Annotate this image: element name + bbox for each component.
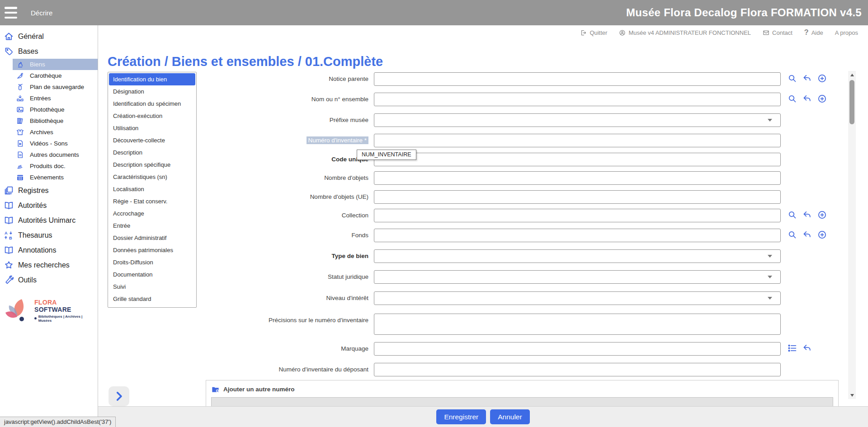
field-label-nombre-d-objets-ue: Nombre d'objets (UE) [190, 190, 368, 204]
page-title: Création / Biens et ensembles / 01.Compl… [108, 54, 383, 69]
header-link-a-propos[interactable]: A propos [835, 29, 858, 36]
undo-icon[interactable] [802, 343, 812, 353]
form-field-row: Numéro d'inventaire * [0, 134, 841, 147]
field-action-icons [788, 343, 812, 353]
form-field-row: Numéro d'inventaire du déposant [0, 363, 841, 376]
plus-circle-icon[interactable] [817, 210, 827, 220]
input-fonds[interactable] [374, 229, 781, 242]
scrollbar-up-arrow-icon[interactable] [848, 71, 856, 79]
input-marquage[interactable] [374, 342, 781, 356]
search-icon[interactable] [788, 74, 797, 83]
field-label-niveau-d-interet: Niveau d'intérêt [190, 291, 368, 305]
form-field-row: Collection [0, 209, 841, 222]
select-prefixe-musee[interactable] [374, 113, 781, 127]
hamburger-menu-icon[interactable] [5, 7, 17, 19]
undo-icon[interactable] [802, 230, 812, 239]
input-collection[interactable] [374, 209, 781, 222]
field-label-code-unique: Code unique [190, 153, 368, 166]
exit-icon [580, 29, 587, 36]
add-number-header[interactable]: Ajouter un autre numéro [206, 380, 838, 394]
header-link-label: Aide [811, 29, 823, 36]
field-label-nom-ou-n-ensemble: Nom ou n° ensemble [190, 93, 368, 106]
browser-status-text: javascript:getView().addChildAsBest('37'… [0, 417, 116, 427]
form-field-row: Nom ou n° ensemble [0, 93, 841, 106]
search-icon[interactable] [788, 94, 797, 103]
field-action-icons [788, 94, 827, 103]
field-action-icons [788, 230, 827, 239]
add-number-row-placeholder [211, 397, 833, 407]
form-field-row: Statut juridique [0, 270, 841, 284]
scrollbar-down-arrow-icon[interactable] [848, 391, 856, 399]
input-nombre-d-objets[interactable] [374, 171, 781, 185]
form-field-row: Type de bien [0, 249, 841, 263]
header-link-label: Musée v4 ADMINISTRATEUR FONCTIONNEL [628, 29, 751, 36]
sidebar-item-general[interactable]: Général [0, 29, 98, 44]
search-icon[interactable] [788, 210, 797, 220]
vertical-scrollbar[interactable] [848, 71, 856, 399]
field-label-numero-d-inventaire: Numéro d'inventaire * [190, 134, 368, 147]
save-button[interactable]: Enregistrer [436, 409, 486, 424]
undo-icon[interactable] [802, 94, 812, 103]
input-numero-d-inventaire-du-deposant[interactable] [374, 363, 781, 376]
scrollbar-thumb[interactable] [849, 80, 854, 124]
plus-circle-icon[interactable] [817, 74, 827, 83]
select-niveau-d-interet[interactable] [374, 291, 781, 305]
field-label-type-de-bien: Type de bien [190, 249, 368, 263]
search-icon[interactable] [788, 230, 797, 239]
app-window: Décrire Musée Flora Decalog Flora FORMAT… [0, 0, 868, 427]
field-label-collection: Collection [190, 209, 368, 222]
sidebar-item-label: Bases [18, 47, 38, 56]
app-title: Musée Flora Decalog Flora FORMATION v4.5 [626, 6, 868, 19]
header-link-label: Quitter [590, 29, 607, 36]
header-link-contact[interactable]: Contact [763, 29, 793, 36]
undo-icon[interactable] [802, 74, 812, 83]
bottom-action-bar: Enregistrer Annuler [98, 406, 868, 427]
input-numero-d-inventaire[interactable] [374, 134, 781, 147]
form-field-row: Préfixe musée [0, 113, 841, 127]
form-field-row: Marquage [0, 342, 841, 356]
input-nom-ou-n-ensemble[interactable] [374, 93, 781, 106]
input-notice-parente[interactable] [374, 72, 781, 86]
mail-icon [763, 29, 769, 36]
form-field-row: Nombre d'objets [0, 171, 841, 185]
input-code-unique[interactable] [374, 153, 781, 166]
field-label-precisions-sur-le-numero-d-inventaire: Précisions sur le numéro d'inventaire [190, 314, 368, 327]
sidebar-item-biens[interactable]: Biens [13, 59, 98, 70]
form-field-row: Code unique [0, 153, 841, 166]
form-field-row: Niveau d'intérêt [0, 291, 841, 305]
header-link-quitter[interactable]: Quitter [580, 29, 607, 36]
field-label-prefixe-musee: Préfixe musée [190, 113, 368, 127]
field-label-statut-juridique: Statut juridique [190, 270, 368, 284]
header-link-label: A propos [835, 29, 858, 36]
plus-circle-icon[interactable] [817, 94, 827, 103]
select-statut-juridique[interactable] [374, 270, 781, 284]
photo-icon [16, 106, 24, 113]
form-field-row: Nombre d'objets (UE) [0, 190, 841, 204]
chevron-right-icon [113, 390, 125, 402]
sidebar-item-label: Biens [30, 61, 45, 68]
next-section-button[interactable] [108, 386, 129, 406]
help-icon: ? [804, 28, 809, 37]
field-label-numero-d-inventaire-du-deposant: Numéro d'inventaire du déposant [190, 363, 368, 376]
header-link-aide[interactable]: ?Aide [804, 28, 823, 37]
select-type-de-bien[interactable] [374, 249, 781, 263]
plus-circle-icon[interactable] [817, 230, 827, 239]
header-link-label: Contact [772, 29, 793, 36]
sidebar-item-label: Photothèque [30, 106, 65, 113]
form-field-row: Précisions sur le numéro d'inventaire [0, 314, 841, 327]
header-links-row: QuitterMusée v4 ADMINISTRATEUR FONCTIONN… [580, 28, 858, 37]
add-number-label: Ajouter un autre numéro [223, 386, 295, 393]
header-link-musee-v4-administrateur-fonctionnel[interactable]: Musée v4 ADMINISTRATEUR FONCTIONNEL [619, 29, 751, 36]
field-tooltip: NUM_INVENTAIRE [357, 150, 416, 160]
list-icon[interactable] [788, 343, 797, 353]
field-label-notice-parente: Notice parente [190, 72, 368, 86]
undo-icon[interactable] [802, 210, 812, 220]
field-action-icons [788, 210, 827, 220]
input-nombre-d-objets-ue[interactable] [374, 190, 781, 204]
sidebar-item-bases[interactable]: Bases [0, 44, 98, 59]
field-action-icons [788, 74, 827, 83]
home-icon [4, 32, 14, 41]
form-field-row: Fonds [0, 229, 841, 242]
cancel-button[interactable]: Annuler [490, 409, 529, 424]
input-precisions-sur-le-numero-d-inventaire[interactable] [374, 314, 781, 335]
